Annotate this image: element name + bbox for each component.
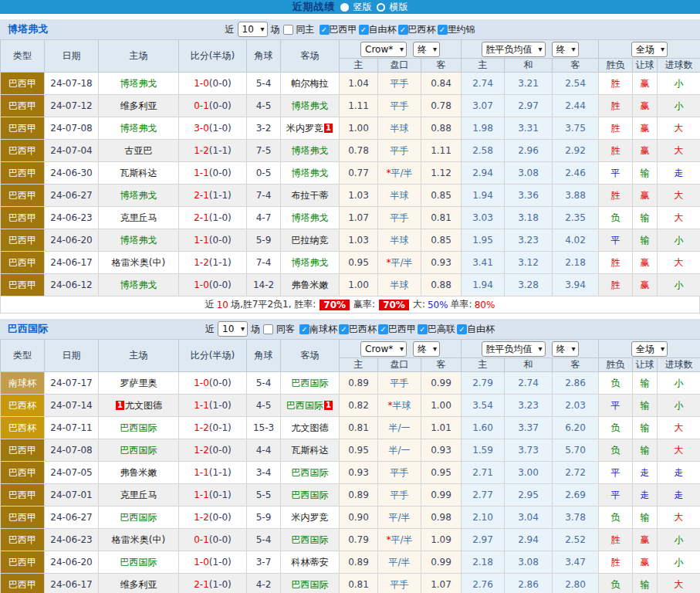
avg-time-select[interactable]: 终 (552, 341, 579, 357)
horizontal-radio[interactable] (377, 3, 385, 12)
avg-draw-cell: 2.97 (505, 95, 553, 117)
league-checkbox[interactable]: ✓ (418, 324, 428, 334)
same-venue-checkbox[interactable] (263, 324, 273, 334)
handicap-cell: 平手 (378, 484, 421, 507)
league-checkbox[interactable]: ✓ (457, 324, 467, 334)
team-section-header: 博塔弗戈 近 10 场 同主 ✓巴西甲✓自由杯✓巴西杯✓里约锦 (0, 19, 700, 39)
avg-time-select[interactable]: 终 (552, 42, 579, 57)
handicap-result-cell: 输 (633, 395, 658, 417)
col-corner-header: 角球 (247, 40, 281, 73)
handicap-result-cell: 走 (633, 462, 658, 484)
away-odds-cell: 1.09 (421, 529, 462, 551)
goals-result-cell: 走 (658, 484, 700, 507)
match-row: 巴西甲24-07-18博塔弗戈1-0(0-0)5-4帕尔梅拉1.04平手0.84… (1, 73, 700, 95)
score-cell: 0-1(0-0) (179, 529, 247, 551)
avg-draw-cell: 3.73 (505, 439, 553, 462)
match-row: 巴西甲24-06-30瓦斯科达1-1(0-0)0-5博塔弗戈0.77*平/半1.… (1, 162, 700, 185)
odds-time-select[interactable]: 终 (413, 341, 440, 357)
score-cell: 1-1(1-1) (179, 462, 247, 484)
home-team-cell: 维多利亚 (99, 95, 179, 117)
odds-company-select[interactable]: Crow* (360, 341, 407, 357)
score-cell: 0-1(0-0) (179, 95, 247, 117)
star-mark: * (386, 257, 391, 268)
recent-count-select[interactable]: 10 (218, 321, 248, 337)
goals-result-cell: 走 (658, 462, 700, 484)
type-cell: 巴西甲 (1, 95, 45, 117)
away-team-cell: 米内罗竞1 (281, 117, 340, 140)
league-checkbox[interactable]: ✓ (359, 25, 369, 35)
team-name: 格雷米奥(中) (112, 534, 165, 545)
league-checkbox[interactable]: ✓ (299, 324, 309, 334)
fulltime-score: 1-1 (194, 235, 209, 246)
filter-prefix: 近 (205, 323, 215, 336)
away-team-cell: 尤文图德 (281, 417, 340, 439)
score-cell: 1-2(0-0) (179, 507, 247, 529)
same-venue-label: 同主 (296, 23, 315, 36)
halftime-score: (0-0) (209, 235, 232, 246)
period-select[interactable]: 全场 (631, 42, 668, 57)
league-checkbox[interactable]: ✓ (378, 324, 388, 334)
home-odds-cell: 0.89 (340, 372, 378, 395)
home-odds-cell: 0.93 (340, 462, 378, 484)
date-cell: 24-07-17 (45, 372, 99, 395)
league-label: 自由杯 (467, 323, 495, 336)
goals-result-cell: 大 (658, 117, 700, 140)
sub-avg-home-header: 主 (462, 59, 505, 73)
home-odds-cell: 0.78 (340, 140, 378, 162)
avg-select[interactable]: 胜平负均值 (482, 42, 546, 57)
halftime-score: (1-1) (209, 145, 232, 156)
col-home-header: 主场 (99, 40, 179, 73)
handicap-cell: *平/半 (378, 162, 421, 185)
summary-stats: 场,胜7平2负1, 胜率: (231, 298, 316, 311)
vertical-radio[interactable] (340, 3, 349, 12)
home-team-cell: 罗萨里奥 (99, 372, 179, 395)
league-filter: ✓巴西杯 (398, 23, 436, 36)
goals-result-cell: 大 (658, 417, 700, 439)
result-cell: 平 (599, 162, 633, 185)
avg-away-cell: 3.94 (553, 274, 599, 296)
date-cell: 24-07-05 (45, 462, 99, 484)
fulltime-score: 1-1 (194, 168, 209, 178)
type-cell: 巴西甲 (1, 185, 45, 207)
recent-count-select[interactable]: 10 (238, 22, 268, 37)
team-name: 巴西国际 (120, 557, 157, 568)
result-cell: 平 (599, 229, 633, 252)
away-team-cell: 巴西国际 (281, 529, 340, 551)
sub-avg-draw-header: 和 (505, 59, 553, 73)
same-venue-checkbox[interactable] (283, 25, 293, 35)
date-cell: 24-07-14 (45, 395, 99, 417)
goals-result-cell: 小 (658, 551, 700, 574)
home-odds-cell: 1.00 (340, 274, 378, 296)
score-cell: 1-2(1-1) (179, 140, 247, 162)
odds-group-header: Crow* 终 (340, 340, 462, 358)
matches-table: 类型 日期 主场 比分(半场) 角球 客场 Crow* 终 胜平负均值 终 (0, 339, 700, 593)
avg-home-cell: 2.77 (462, 484, 505, 507)
corner-cell: 5-4 (247, 73, 281, 95)
league-checkbox[interactable]: ✓ (438, 25, 448, 35)
away-team-cell: 弗鲁米嫩 (281, 274, 340, 296)
halftime-score: (0-0) (209, 378, 232, 388)
match-row: 巴西甲24-06-27巴西国际1-2(0-0)5-9米内罗竞0.90平/半0.9… (1, 507, 700, 529)
away-team-cell: 博塔弗戈 (281, 252, 340, 274)
league-checkbox[interactable]: ✓ (339, 324, 349, 334)
star-mark: * (388, 400, 393, 411)
over-rate-value: 50% (428, 300, 448, 310)
odds-time-select[interactable]: 终 (413, 42, 440, 57)
odds-company-select[interactable]: Crow* (360, 42, 407, 57)
star-mark: * (386, 534, 391, 545)
goals-result-cell: 小 (658, 95, 700, 117)
fulltime-score: 1-2 (194, 422, 209, 433)
corner-cell: 5-4 (247, 372, 281, 395)
handicap-cell: 平手 (378, 73, 421, 95)
league-checkbox[interactable]: ✓ (398, 25, 408, 35)
handicap-result-cell: 输 (633, 162, 658, 185)
away-odds-cell: 0.88 (421, 117, 462, 140)
league-checkbox[interactable]: ✓ (320, 25, 330, 35)
avg-home-cell: 2.18 (462, 551, 505, 574)
avg-home-cell: 1.60 (462, 417, 505, 439)
avg-home-cell: 2.94 (462, 162, 505, 185)
period-select[interactable]: 全场 (631, 341, 668, 357)
avg-select[interactable]: 胜平负均值 (482, 341, 546, 357)
date-cell: 24-06-20 (45, 229, 99, 252)
away-team-cell: 博塔弗戈 (281, 162, 340, 185)
